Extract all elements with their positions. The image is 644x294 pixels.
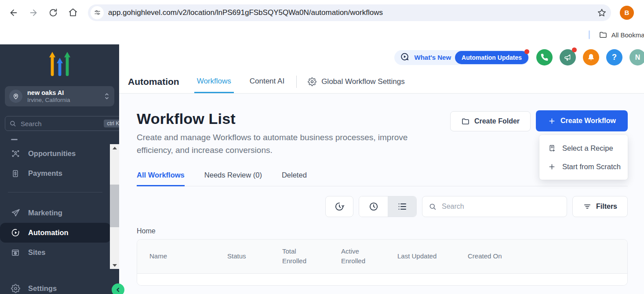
column-header-total-enrolled: Total Enrolled: [282, 247, 311, 266]
recent-view-button[interactable]: [359, 196, 388, 217]
global-workflow-settings-label: Global Workflow Settings: [321, 77, 405, 86]
create-folder-button[interactable]: Create Folder: [450, 111, 531, 131]
header-actions: Create Folder Create Workflow Select a R…: [450, 110, 628, 131]
scrollbar-down-arrow[interactable]: [110, 261, 119, 269]
notification-dot: [572, 47, 577, 52]
whats-new-button[interactable]: What's New Automation Updates: [394, 50, 529, 65]
workflow-search[interactable]: [422, 196, 567, 217]
tab-workflows[interactable]: Workflows: [194, 70, 234, 93]
sidebar-collapse-button[interactable]: [112, 283, 124, 294]
tab-deleted[interactable]: Deleted: [282, 171, 307, 186]
sidebar-item-marketing[interactable]: Marketing: [0, 203, 119, 223]
menu-item-start-from-scratch[interactable]: Start from Scratch: [539, 157, 628, 176]
whats-new-icon: [400, 52, 411, 63]
sidebar-item-opportunities[interactable]: Opportunities: [0, 144, 119, 163]
all-bookmarks-label[interactable]: All Bookmark: [611, 31, 644, 39]
create-workflow-button[interactable]: Create Workflow: [536, 110, 628, 131]
list-view-button[interactable]: [388, 196, 416, 217]
browser-profile-avatar[interactable]: B: [620, 6, 634, 20]
breadcrumb[interactable]: Home: [137, 227, 628, 235]
workflow-search-input[interactable]: [441, 202, 560, 211]
sidebar-item-label: Opportunities: [28, 149, 76, 158]
sidebar-item-label: Settings: [28, 284, 57, 293]
sidebar-search-input[interactable]: [20, 120, 104, 128]
automation-updates-badge[interactable]: Automation Updates: [455, 51, 528, 64]
history-icon: [334, 201, 345, 212]
sidebar-item-label: Sites: [28, 248, 45, 257]
automation-icon: [10, 228, 21, 237]
main-header: What's New Automation Updates: [119, 44, 644, 94]
view-toggle: [359, 196, 417, 217]
megaphone-icon: [564, 53, 572, 62]
search-icon: [9, 120, 16, 127]
phone-button[interactable]: [536, 49, 553, 65]
table-body: [137, 274, 627, 285]
bookmarks-folder-icon: [599, 30, 608, 39]
sites-icon: [10, 248, 21, 257]
sidebar-scrollbar[interactable]: [110, 144, 119, 269]
sidebar-item-automation[interactable]: Automation: [0, 223, 111, 243]
url-text[interactable]: app.gohighlevel.com/v2/location/lnPS691g…: [108, 8, 597, 17]
sidebar-item-label: Automation: [28, 229, 69, 237]
help-button[interactable]: ?: [606, 49, 622, 65]
sidebar-item-settings[interactable]: Settings: [0, 279, 129, 294]
gear-icon: [10, 284, 21, 293]
topbar: What's New Automation Updates: [394, 49, 644, 65]
sidebar-item-payments[interactable]: Payments: [0, 163, 119, 183]
chevron-up-down-icon: [104, 92, 110, 100]
url-bar[interactable]: app.gohighlevel.com/v2/location/lnPS691g…: [88, 4, 611, 21]
sidebar-item-sites[interactable]: Sites: [0, 243, 119, 262]
list-toolbar: Filters: [137, 196, 628, 217]
payments-icon: [10, 169, 21, 178]
global-workflow-settings-link[interactable]: Global Workflow Settings: [308, 77, 405, 86]
workflow-table: Name Status Total Enrolled Active Enroll…: [137, 239, 628, 286]
browser-chrome: app.gohighlevel.com/v2/location/lnPS691g…: [0, 0, 644, 44]
logo-arrows: [49, 52, 70, 76]
gohighlevel-logo: [0, 44, 119, 86]
column-header-active-enrolled: Active Enrolled: [341, 247, 370, 266]
user-avatar[interactable]: N: [629, 49, 644, 65]
page-heading-block: Workflow List Create and manage Workflow…: [137, 110, 444, 157]
column-header-name: Name: [149, 251, 227, 261]
recipe-icon: [547, 144, 556, 152]
filter-icon: [583, 202, 592, 211]
reload-button[interactable]: [46, 5, 61, 20]
workflow-list-subtitle: Create and manage Workflows to automate …: [137, 131, 444, 157]
tab-all-workflows[interactable]: All Workflows: [137, 171, 185, 186]
clock-icon: [368, 201, 379, 212]
notifications-button[interactable]: [583, 49, 599, 65]
location-switcher[interactable]: new oaks AI Irvine, California: [5, 86, 114, 106]
home-button[interactable]: [65, 5, 80, 20]
sidebar-search[interactable]: ctrl K: [5, 116, 126, 131]
column-header-last-updated: Last Updated: [397, 251, 468, 261]
folder-icon: [461, 117, 470, 126]
notification-dot: [524, 49, 529, 54]
site-settings-icon[interactable]: [91, 6, 104, 19]
tab-content-ai[interactable]: Content AI: [247, 70, 287, 93]
opportunities-icon: [10, 149, 21, 158]
history-button[interactable]: [325, 196, 353, 217]
bookmark-star-button[interactable]: [597, 8, 607, 18]
back-button[interactable]: [6, 5, 21, 20]
location-pin-icon: [9, 90, 22, 103]
filters-button[interactable]: Filters: [572, 196, 628, 217]
scrolled-item-remnant: [11, 139, 18, 140]
column-header-created-on: Created On: [468, 251, 627, 261]
announcements-button[interactable]: [560, 49, 576, 65]
main-area: What's New Automation Updates: [119, 44, 644, 294]
plus-icon: [548, 117, 556, 125]
search-icon: [429, 203, 437, 211]
home-icon: [68, 7, 78, 18]
scrollbar-up-arrow[interactable]: [110, 144, 119, 152]
tab-needs-review[interactable]: Needs Review (0): [204, 171, 262, 186]
sidebar-item-label: Marketing: [28, 209, 62, 217]
app-shell: new oaks AI Irvine, California ctrl K: [0, 44, 644, 294]
menu-item-select-recipe[interactable]: Select a Recipe: [539, 139, 628, 157]
scrollbar-thumb[interactable]: [110, 185, 119, 227]
browser-toolbar: app.gohighlevel.com/v2/location/lnPS691g…: [0, 0, 644, 25]
star-icon: [597, 8, 607, 18]
forward-button[interactable]: [26, 5, 41, 20]
whats-new-label: What's New: [415, 54, 451, 61]
bell-icon: [587, 53, 595, 62]
phone-icon: [540, 53, 549, 62]
